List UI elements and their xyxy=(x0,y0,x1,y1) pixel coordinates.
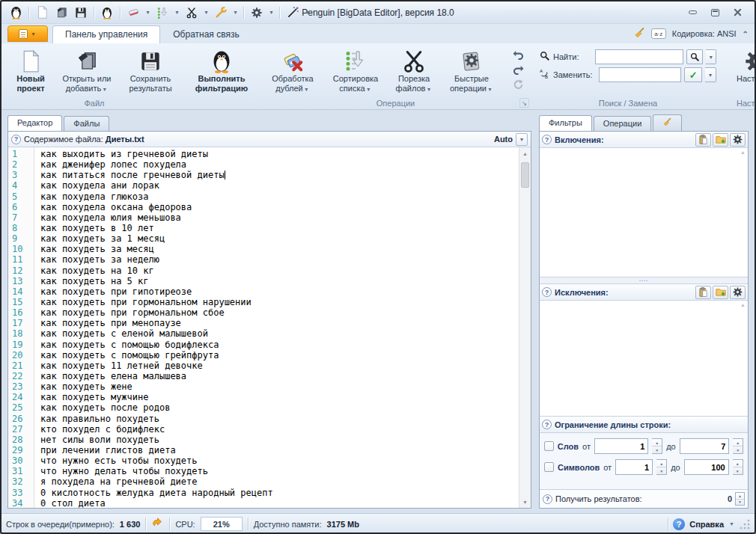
excludes-settings-button[interactable] xyxy=(730,286,746,299)
chars-to-input[interactable]: 100 xyxy=(684,459,729,475)
words-to-input[interactable]: 7 xyxy=(680,438,730,454)
editor-line[interactable]: 17как похудеть при менопаузе xyxy=(8,318,518,328)
tab-feedback[interactable]: Обратная связь xyxy=(160,25,252,43)
redo-button[interactable] xyxy=(510,63,526,76)
close-button[interactable] xyxy=(729,6,746,19)
settings-button[interactable]: Настройки xyxy=(727,46,756,97)
editor-line[interactable]: 16как похудеть при гормональном сбое xyxy=(8,307,518,318)
editor-line[interactable]: 29при лечении глистов диета xyxy=(8,445,518,455)
quick-operations-button[interactable]: Быстрые операции xyxy=(440,46,503,97)
encoding-icon[interactable]: a·z xyxy=(651,28,666,39)
gear-button[interactable] xyxy=(249,4,265,21)
sort-button[interactable] xyxy=(154,4,171,21)
includes-settings-button[interactable] xyxy=(730,133,746,147)
tab-broom[interactable] xyxy=(653,114,682,131)
editor-line[interactable]: 10как похудеть за месяц xyxy=(8,244,518,254)
editor-vertical-scrollbar[interactable] xyxy=(519,147,531,508)
gear-dropdown[interactable] xyxy=(268,9,275,16)
wand-button[interactable] xyxy=(284,4,301,21)
refresh-button[interactable] xyxy=(510,78,526,91)
editor-line[interactable]: 6как похудела оксана федорова xyxy=(8,202,518,212)
hand-icon[interactable] xyxy=(151,518,164,531)
help-bubble-icon[interactable] xyxy=(11,135,21,144)
editor-line[interactable]: 23как похудеть жене xyxy=(8,381,518,392)
tab-editor[interactable]: Редактор xyxy=(7,115,62,131)
save-button[interactable] xyxy=(73,4,89,21)
tab-filters[interactable]: Фильтры xyxy=(539,115,592,131)
find-go-button[interactable] xyxy=(686,49,703,64)
new-file-button[interactable] xyxy=(34,4,50,21)
editor-line[interactable]: 30что нужно есть чтобы похудеть xyxy=(8,455,518,466)
broom-icon[interactable] xyxy=(634,27,645,40)
cut-files-button[interactable]: Порезка файлов xyxy=(388,46,440,97)
results-value[interactable]: 0 xyxy=(728,494,732,503)
excludes-paste-button[interactable] xyxy=(695,286,711,299)
words-to-spinner[interactable] xyxy=(733,438,743,454)
tab-files[interactable]: Файлы xyxy=(64,116,109,131)
editor-line[interactable]: 25как похудеть после родов xyxy=(8,402,518,413)
editor-line[interactable]: 7как похудела юлия меньшова xyxy=(8,212,518,223)
open-add-button[interactable]: Открыть или добавить xyxy=(54,46,120,97)
minimize-button[interactable] xyxy=(684,6,701,19)
excludes-list[interactable] xyxy=(540,301,748,417)
chars-checkbox[interactable] xyxy=(544,462,554,472)
scroll-up-arrow[interactable] xyxy=(519,147,531,159)
editor-line[interactable]: 14как похудеть при гипотиреозе xyxy=(8,286,518,297)
editor-line[interactable]: 2как дженифер лопес похудела xyxy=(8,159,518,170)
editor-line[interactable]: 340 стол диета xyxy=(8,498,518,508)
scroll-thumb[interactable] xyxy=(521,162,529,188)
application-menu-button[interactable] xyxy=(7,25,48,42)
results-spinner[interactable] xyxy=(735,492,745,506)
editor-line[interactable]: 21как похудеть 11 летней девочке xyxy=(8,360,518,371)
find-dropdown[interactable] xyxy=(706,49,716,64)
tools-button[interactable] xyxy=(213,4,229,21)
words-from-spinner[interactable] xyxy=(652,438,662,454)
replace-input[interactable] xyxy=(599,67,681,82)
length-limit-help-icon[interactable] xyxy=(542,420,552,429)
excludes-help-icon[interactable] xyxy=(542,287,552,297)
find-input[interactable] xyxy=(595,49,683,64)
editor-line[interactable]: 18как похудеть с еленой малышевой xyxy=(8,328,518,339)
resize-grip[interactable] xyxy=(740,519,750,530)
editor-line[interactable]: 22как похудеть елена малышева xyxy=(8,371,518,381)
chars-from-input[interactable]: 1 xyxy=(615,459,653,475)
save-results-button[interactable]: Сохранить результаты xyxy=(120,46,181,97)
editor-line[interactable]: 27кто похудел с бодифлекс xyxy=(8,424,518,435)
includes-open-file-button[interactable] xyxy=(713,133,728,147)
open-button[interactable] xyxy=(53,4,70,21)
excludes-open-file-button[interactable] xyxy=(713,286,728,299)
replace-go-button[interactable] xyxy=(684,67,702,82)
mode-dropdown[interactable] xyxy=(516,133,528,146)
chars-to-spinner[interactable] xyxy=(733,459,743,475)
editor-line[interactable]: 26как правильно похудеть xyxy=(8,414,518,424)
scissors-dropdown[interactable] xyxy=(203,9,210,16)
editor-line[interactable]: 24как похудеть мужчине xyxy=(8,392,518,402)
scroll-down-arrow[interactable] xyxy=(519,496,531,508)
editor-line[interactable]: 28нет силы воли похудеть xyxy=(8,435,518,445)
new-project-button[interactable]: Новый проект xyxy=(7,46,54,97)
operations-dialog-launcher[interactable] xyxy=(519,98,529,108)
editor-line[interactable]: 11как похудеть за неделю xyxy=(8,254,518,265)
includes-list[interactable] xyxy=(540,148,748,277)
duplicates-button[interactable]: Обработка дублей xyxy=(262,46,323,97)
words-from-input[interactable]: 1 xyxy=(594,438,648,454)
tab-control-panel[interactable]: Панель управления xyxy=(52,25,160,43)
replace-dropdown[interactable] xyxy=(705,67,716,82)
editor-line[interactable]: 12как похудеть на 10 кг xyxy=(8,266,518,276)
run-penguin-button[interactable] xyxy=(99,4,115,21)
wand-dropdown[interactable] xyxy=(304,9,311,16)
scissors-button[interactable] xyxy=(183,4,200,21)
editor-line[interactable]: 15как похудеть при гормональном нарушени… xyxy=(8,297,518,307)
eraser-button[interactable] xyxy=(125,4,141,21)
editor-line[interactable]: 1как выходить из гречневой диеты xyxy=(8,149,518,159)
editor-line[interactable]: 19как похудеть с помощью бодифлекса xyxy=(8,340,518,350)
collapse-ribbon-button[interactable] xyxy=(743,30,749,38)
editor-line[interactable]: 5как похудела глюкоза xyxy=(8,191,518,202)
panel-splitter[interactable] xyxy=(540,277,748,284)
chars-from-spinner[interactable] xyxy=(656,459,667,475)
editor-line[interactable]: 4как похудела ани лорак xyxy=(8,180,518,191)
sort-dropdown[interactable] xyxy=(174,9,180,16)
editor-line[interactable]: 330 кислотность желудка диета народный р… xyxy=(8,488,518,498)
includes-paste-button[interactable] xyxy=(695,133,711,147)
results-help-icon[interactable] xyxy=(543,494,552,504)
